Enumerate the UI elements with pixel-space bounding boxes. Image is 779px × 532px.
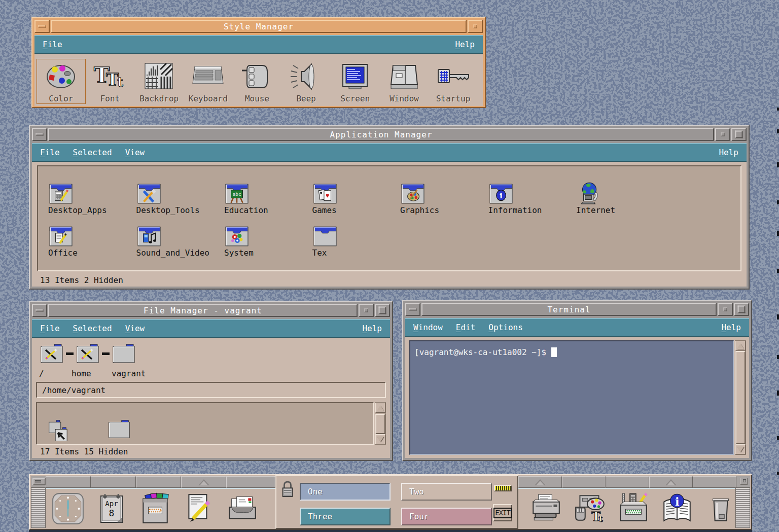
workspace-three-button[interactable]: Three [300,508,391,525]
style-manager-item[interactable]: Startup [429,59,478,104]
menu-file[interactable]: File [40,324,60,333]
app-group-icon[interactable]: Graphics [400,181,488,215]
scroll-down-arrow [735,444,746,454]
lock-icon[interactable] [280,480,295,501]
subpanel-arrow-printer[interactable] [535,479,546,485]
scroll-up-arrow [375,403,385,413]
style-manager-item[interactable]: Keyboard [184,59,233,104]
style-manager-button[interactable] [568,490,612,527]
app-group-icon[interactable]: Education [224,181,312,215]
terminal-screen[interactable]: [vagrant@wks-ca-ut1a002 ~]$ [409,340,734,455]
mail-button[interactable] [221,490,264,527]
style-manager-item[interactable]: Backdrop [134,59,184,104]
app-group-icon[interactable]: Office [48,223,136,258]
app-group-icon[interactable]: Internet [576,181,664,215]
app-group-icon[interactable]: System [224,223,312,258]
app-group-icon[interactable]: Information [488,181,577,215]
status-bar: 13 Items 2 Hidden [32,273,747,287]
menu-file[interactable]: File [43,40,62,49]
app-group-icon[interactable]: Sound_and_Video [136,223,225,258]
panel-minimize-button[interactable] [32,478,46,485]
menu-help[interactable]: Help [719,148,738,157]
subpanel-arrow-texteditor[interactable] [198,479,209,485]
calendar-day: 8 [95,508,128,518]
menu-selected[interactable]: Selected [73,148,112,157]
folder-icon[interactable] [107,416,131,442]
app-group-icon[interactable]: Tex [312,223,401,258]
path-label-root: / [39,369,72,378]
window-menu-button[interactable] [34,20,50,33]
app-group-icon[interactable]: Desktop_Tools [136,181,225,215]
path-folder-vagrant[interactable] [111,343,136,364]
scroll-up-arrow [735,341,746,351]
path-label-home: home [72,369,112,378]
front-panel: Apr 8 One Two Three Four EXIT [29,474,752,530]
workspace-two-button[interactable]: Two [401,483,492,501]
clock-button[interactable] [46,490,90,527]
style-manager-item[interactable]: Color [37,59,86,104]
trash-button[interactable] [699,490,742,527]
minimize-button[interactable] [468,20,483,33]
scroll-down-arrow [375,434,385,444]
scroll-thumb [735,351,746,444]
file-manager-button[interactable] [133,490,177,527]
panel-handle-left[interactable] [31,487,46,528]
path-folder-root[interactable] [39,343,64,364]
menu-view[interactable]: View [125,324,145,333]
file-view-area [36,402,374,445]
file-manager-window: File Manager - vagrant File Selected Vie… [29,301,393,461]
style-manager-item[interactable]: Font [86,59,135,104]
maximize-button[interactable] [734,303,749,316]
window-menu-button[interactable] [32,304,47,317]
text-editor-button[interactable] [177,490,221,527]
workspace-four-button[interactable]: Four [401,508,492,525]
window-title: Style Manager [51,20,467,33]
style-manager-window: Style Manager File Help Color Font [31,17,486,108]
help-button[interactable] [655,490,699,527]
path-label-vagrant: vagrant [112,369,146,378]
style-manager-item[interactable]: Window [380,59,429,104]
path-folder-home[interactable] [75,343,100,364]
window-menu-button[interactable] [405,303,420,316]
window-menu-button[interactable] [32,128,47,141]
calendar-month: Apr [95,500,128,508]
menu-edit[interactable]: Edit [456,323,476,332]
calendar-button[interactable]: Apr 8 [90,490,133,527]
minimize-button[interactable] [359,304,374,317]
application-manager-window: Application Manager File Selected View H… [29,125,750,290]
app-group-icon[interactable]: Desktop_Apps [48,181,136,215]
terminal-cursor [551,347,557,357]
menu-help[interactable]: Help [721,323,741,332]
style-manager-item[interactable]: Beep [281,59,331,104]
window-title: Terminal [421,303,717,316]
menu-help[interactable]: Help [455,40,475,49]
menu-help[interactable]: Help [362,324,382,333]
style-manager-item[interactable]: Mouse [233,59,282,104]
panel-corner-button[interactable] [740,478,748,485]
terminal-window: Terminal Window Edit Options Help [vagra… [402,300,752,461]
vertical-scrollbar[interactable] [375,402,386,445]
style-manager-item[interactable]: Screen [331,59,380,104]
workspace-switcher: One Two Three Four EXIT [275,475,518,529]
menu-view[interactable]: View [125,148,145,157]
current-path-field[interactable]: /home/vagrant [36,382,386,398]
app-group-icon[interactable]: Games [312,181,401,215]
vertical-scrollbar[interactable] [735,340,746,455]
menu-options[interactable]: Options [488,323,522,332]
menu-selected[interactable]: Selected [73,324,112,333]
minimize-button[interactable] [718,303,733,316]
scroll-thumb [375,414,385,434]
exit-button[interactable]: EXIT [493,504,512,521]
minimize-button[interactable] [715,128,730,141]
status-bar: 17 Items 15 Hidden [32,445,390,458]
printer-button[interactable] [524,490,568,527]
workspace-one-button[interactable]: One [300,483,391,501]
app-manager-button[interactable] [612,490,655,527]
go-up-icon[interactable] [48,419,72,443]
subpanel-arrow-help[interactable] [665,479,677,485]
window-title: Application Manager [48,128,714,141]
menu-window[interactable]: Window [413,323,443,332]
menu-file[interactable]: File [40,148,60,157]
maximize-button[interactable] [731,128,747,141]
maximize-button[interactable] [375,304,390,317]
